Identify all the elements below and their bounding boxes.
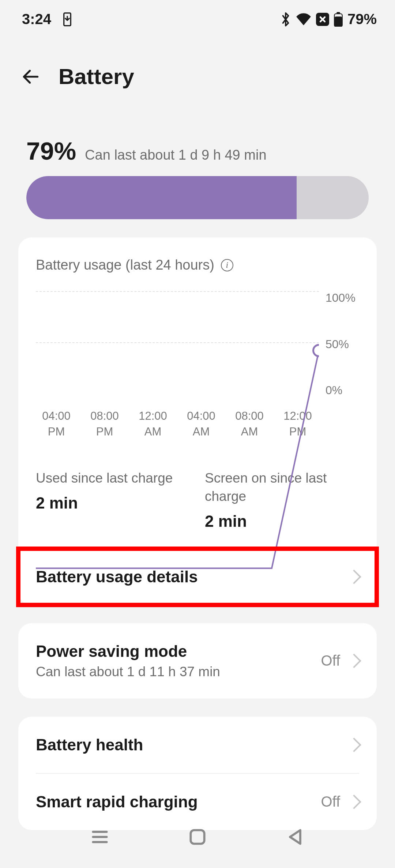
list-item-title: Battery health — [36, 736, 349, 754]
chart-y-tick: 50% — [326, 338, 359, 351]
chart-y-axis: 100%50%0% — [319, 291, 359, 397]
status-bar: 3:24 79% — [0, 0, 395, 35]
back-arrow-icon[interactable] — [20, 66, 41, 87]
chevron-right-icon — [347, 654, 361, 668]
usage-card-title: Battery usage (last 24 hours) — [36, 257, 214, 273]
list-item-subtitle: Can last about 1 d 11 h 37 min — [36, 664, 321, 679]
battery-health-link[interactable]: Battery health — [18, 717, 377, 773]
status-right: 79% — [280, 11, 377, 27]
battery-bar — [26, 176, 369, 219]
home-icon[interactable] — [187, 827, 208, 847]
chart-y-tick: 100% — [326, 291, 359, 305]
battery-icon — [334, 12, 343, 27]
battery-bar-fill — [26, 176, 297, 219]
power-saving-mode-link[interactable]: Power saving mode Can last about 1 d 11 … — [18, 623, 377, 698]
battery-usage-chart: 100%50%0% — [18, 280, 377, 401]
battery-estimate: Can last about 1 d 9 h 49 min — [85, 147, 266, 163]
error-box-icon — [316, 13, 329, 26]
list-item-title: Smart rapid charging — [36, 793, 321, 811]
page-header: Battery — [0, 35, 395, 104]
chevron-right-icon — [347, 795, 361, 809]
battery-features-card: Battery health Smart rapid charging Off — [18, 717, 377, 830]
svg-rect-4 — [334, 16, 342, 27]
list-item-value: Off — [321, 652, 340, 669]
chevron-right-icon — [347, 738, 361, 752]
android-navbar — [0, 817, 395, 868]
bluetooth-icon — [280, 12, 291, 27]
svg-rect-6 — [191, 830, 204, 844]
power-saving-card: Power saving mode Can last about 1 d 11 … — [18, 623, 377, 698]
status-battery-text: 79% — [347, 11, 377, 27]
download-pending-icon — [61, 12, 73, 27]
svg-point-5 — [313, 345, 319, 356]
recent-apps-icon[interactable] — [90, 827, 110, 847]
usage-card-header: Battery usage (last 24 hours) i — [18, 237, 377, 280]
list-item-title: Power saving mode — [36, 642, 321, 660]
battery-summary: 79% Can last about 1 d 9 h 49 min — [0, 104, 395, 219]
status-left: 3:24 — [22, 11, 73, 27]
chevron-right-icon — [347, 570, 361, 584]
battery-percent: 79% — [26, 137, 76, 165]
usage-card: Battery usage (last 24 hours) i 100%50%0… — [18, 237, 377, 605]
wifi-icon — [296, 13, 312, 26]
chart-y-tick: 0% — [326, 384, 359, 397]
status-time: 3:24 — [22, 11, 51, 27]
list-item-value: Off — [321, 793, 340, 810]
back-nav-icon[interactable] — [285, 827, 305, 847]
info-icon[interactable]: i — [221, 259, 233, 271]
page-title: Battery — [59, 64, 134, 89]
